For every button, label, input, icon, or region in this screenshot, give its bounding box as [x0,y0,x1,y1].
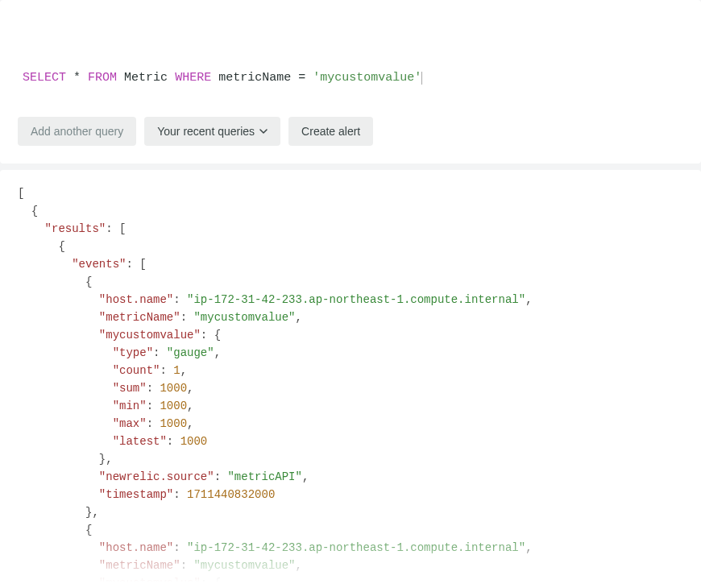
json-line: { [18,273,683,291]
json-line: "count": 1, [18,362,683,379]
json-line: "results": [ [18,220,683,238]
json-line: "metricName": "mycustomvalue", [18,308,683,326]
json-line: "max": 1000, [18,415,683,433]
json-line: "type": "gauge", [18,344,683,362]
json-line: "newrelic.source": "metricAPI", [18,468,683,486]
json-line: "host.name": "ip-172-31-42-233.ap-northe… [18,539,683,557]
query-panel: SELECT * FROM Metric WHERE metricName = … [0,0,701,164]
json-line: "metricName": "mycustomvalue", [18,557,683,574]
json-line: }, [18,503,683,521]
json-line: [ [18,184,683,202]
json-line: { [18,238,683,255]
json-line: "host.name": "ip-172-31-42-233.ap-northe… [18,291,683,308]
add-another-query-label: Add another query [31,125,123,138]
json-line: { [18,202,683,220]
json-line: }, [18,450,683,468]
results-panel: [ { "results": [ { "events": [ { "host.n… [0,170,701,589]
json-line: "mycustomvalue": { [18,326,683,344]
add-another-query-button[interactable]: Add another query [18,117,136,146]
recent-queries-label: Your recent queries [157,125,255,138]
nrql-query-editor[interactable]: SELECT * FROM Metric WHERE metricName = … [18,21,683,93]
create-alert-label: Create alert [301,125,360,138]
create-alert-button[interactable]: Create alert [288,117,373,146]
json-line: "latest": 1000 [18,433,683,450]
recent-queries-button[interactable]: Your recent queries [144,117,280,146]
json-line: "sum": 1000, [18,379,683,397]
query-toolbar: Add another query Your recent queries Cr… [18,117,683,146]
json-line: { [18,521,683,539]
json-line: "min": 1000, [18,397,683,415]
json-line: "events": [ [18,255,683,273]
json-line: "mycustomvalue": { [18,574,683,589]
json-result-view[interactable]: [ { "results": [ { "events": [ { "host.n… [18,184,683,589]
chevron-down-icon [259,127,268,135]
json-line: "timestamp": 1711440832000 [18,486,683,503]
